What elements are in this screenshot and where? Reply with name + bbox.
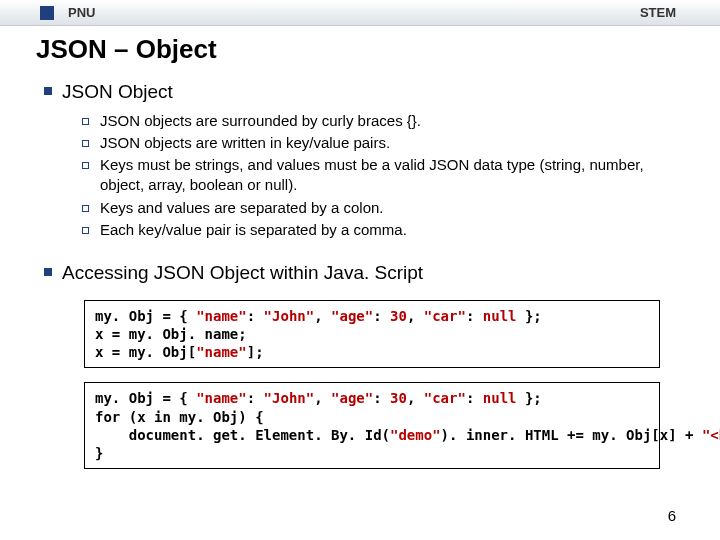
code-segment: 30	[390, 308, 407, 324]
code-block: my. Obj = { "name": "John", "age": 30, "…	[84, 382, 660, 469]
code-segment: :	[247, 390, 264, 406]
header-left: PNU	[68, 4, 640, 22]
list-item: JSON objects are written in key/value pa…	[82, 133, 684, 153]
section-heading: JSON Object	[36, 79, 684, 105]
code-segment: };	[517, 390, 542, 406]
code-segment: "age"	[331, 390, 373, 406]
code-segment: "name"	[196, 390, 247, 406]
code-segment: my. Obj = {	[95, 308, 196, 324]
code-segment: "demo"	[390, 427, 441, 443]
code-segment: null	[483, 308, 517, 324]
code-segment: :	[466, 308, 483, 324]
slide-header: PNU STEM	[0, 0, 720, 26]
code-segment: ). inner. HTML += my. Obj[x] +	[441, 427, 702, 443]
code-segment: document. get. Element. By. Id(	[95, 427, 390, 443]
page-number: 6	[668, 506, 676, 526]
slide: PNU STEM JSON – Object JSON Object JSON …	[0, 0, 720, 540]
code-segment: ,	[314, 308, 331, 324]
list-item: Keys must be strings, and values must be…	[82, 155, 684, 196]
code-segment: ];	[247, 344, 264, 360]
code-segment: :	[247, 308, 264, 324]
list-item: Keys and values are separated by a colon…	[82, 198, 684, 218]
code-segment: ,	[407, 308, 424, 324]
code-segment: "name"	[196, 344, 247, 360]
code-segment: "<br>"	[702, 427, 720, 443]
code-segment: "age"	[331, 308, 373, 324]
code-segment: }	[95, 445, 103, 461]
code-segment: };	[517, 308, 542, 324]
code-segment: x = my. Obj[	[95, 344, 196, 360]
code-segment: my. Obj = {	[95, 390, 196, 406]
code-segment: "car"	[424, 390, 466, 406]
slide-title: JSON – Object	[36, 32, 684, 67]
header-right: STEM	[640, 4, 676, 22]
code-segment: "John"	[264, 308, 315, 324]
code-segment: :	[373, 390, 390, 406]
code-segment: ,	[407, 390, 424, 406]
code-segment: 30	[390, 390, 407, 406]
code-segment: "John"	[264, 390, 315, 406]
code-segment: ,	[314, 390, 331, 406]
code-segment: :	[373, 308, 390, 324]
section-heading: Accessing JSON Object within Java. Scrip…	[36, 260, 684, 286]
list-item: Each key/value pair is separated by a co…	[82, 220, 684, 240]
code-segment: :	[466, 390, 483, 406]
code-segment: null	[483, 390, 517, 406]
code-segment: x = my. Obj. name;	[95, 326, 247, 342]
code-block: my. Obj = { "name": "John", "age": 30, "…	[84, 300, 660, 369]
code-segment: for (x in my. Obj) {	[95, 409, 264, 425]
code-segment: "car"	[424, 308, 466, 324]
list-item: JSON objects are surrounded by curly bra…	[82, 111, 684, 131]
code-segment: "name"	[196, 308, 247, 324]
bullet-list: JSON objects are surrounded by curly bra…	[36, 111, 684, 241]
